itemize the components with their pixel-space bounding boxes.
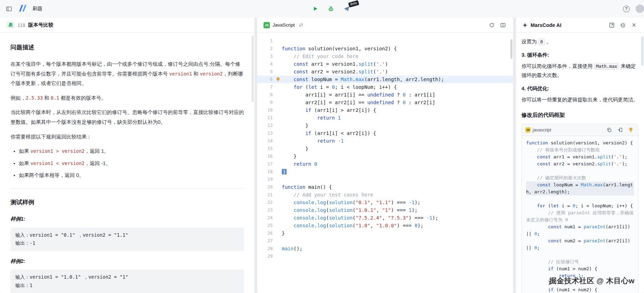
line-number: 16: [257, 152, 273, 160]
ai-code-line: [526, 251, 634, 258]
code-line[interactable]: 16 }: [257, 152, 513, 160]
ai-code-line: // 使用 parseInt 处理前导零，并确保未定义的修订号为 0: [526, 209, 634, 223]
sidebar-toggle-button[interactable]: [5, 5, 13, 13]
code-editor[interactable]: 12function solution(version1, version2) …: [257, 33, 513, 293]
ai-code-line: // 比较修订号: [526, 258, 634, 265]
line-number: 12: [257, 122, 273, 129]
line-number: 26: [257, 229, 273, 237]
code-line[interactable]: 15 }: [257, 145, 513, 152]
line-number: 24: [257, 214, 273, 222]
code-line[interactable]: 26}: [257, 229, 513, 237]
debug-button[interactable]: [327, 5, 335, 13]
line-text: const arr2 = version2.split('.'): [273, 68, 388, 76]
reset-code-button[interactable]: [488, 21, 496, 29]
code-line[interactable]: 21 // Add your test cases here: [257, 191, 513, 199]
code-line[interactable]: 10 if (arr1[i] > arr2[i]) {: [257, 106, 513, 114]
code-line[interactable]: 29: [257, 252, 513, 260]
line-text: arr1[i] = arr1[i] == undefined ? 0 : arr…: [273, 91, 435, 99]
line-text: }: [273, 229, 285, 237]
close-panel-button[interactable]: [630, 21, 638, 29]
ai-code-line: if (num1 > num2) {: [526, 265, 634, 272]
history-button[interactable]: [619, 21, 627, 29]
line-text: [273, 237, 282, 245]
line-text: // Add your test cases here: [273, 191, 373, 199]
line-text: // Edit your code here: [273, 52, 358, 60]
close-icon: [631, 22, 637, 28]
code-line[interactable]: 13 if (arr1[i] < arr2[i]) {: [257, 129, 513, 137]
line-text: [273, 252, 282, 260]
ai-code-card-header: JS javascript: [522, 124, 638, 136]
code-line[interactable]: 28main();: [257, 245, 513, 252]
code-line[interactable]: 23 console.log(solution("1.0.1", "1") ==…: [257, 206, 513, 214]
language-label: JavaScript: [273, 22, 295, 28]
nav-item-problems[interactable]: 刷题: [33, 6, 42, 12]
insert-code-button[interactable]: [616, 126, 624, 134]
code-line[interactable]: 14 return -1: [257, 137, 513, 145]
ai-code-line: for (let i = 0; i < loopNum; i++) {: [526, 202, 634, 209]
ai-code-line: if (num1 < num2) {: [526, 286, 634, 293]
switch-language-button[interactable]: [298, 22, 304, 28]
line-number: 15: [257, 145, 273, 152]
line-text: arr2[i] = arr2[i] == undefined ? 0 : arr…: [273, 99, 435, 106]
ai-code-line: const arr1 = version1.split('.');: [526, 153, 634, 160]
play-icon: [312, 6, 318, 12]
line-number: 14: [257, 137, 273, 145]
problem-scrollbar[interactable]: [252, 36, 254, 102]
javascript-icon: JS: [264, 22, 270, 28]
open-chat-button[interactable]: [608, 21, 616, 29]
run-button[interactable]: [311, 5, 320, 13]
line-text: }: [273, 152, 296, 160]
code-line[interactable]: 8 arr1[i] = arr1[i] == undefined ? 0 : a…: [257, 91, 513, 99]
code-line[interactable]: 12 }: [257, 122, 513, 129]
bug-icon: [328, 6, 334, 12]
problem-paragraphs: 在某个项目中，每个版本都用版本号标记，由一个或多个修订号组成，修订号之间由点号.…: [10, 59, 244, 142]
split-view-button[interactable]: [499, 21, 507, 29]
help-button[interactable]: ?: [622, 5, 631, 13]
code-line[interactable]: 19: [257, 176, 513, 183]
copy-code-button[interactable]: [606, 126, 613, 134]
line-text: console.log(solution("7.5.2.4", "7.5.3")…: [273, 214, 438, 222]
line-number: 21: [257, 191, 273, 199]
problem-title: 版本号比较: [28, 22, 54, 28]
example-output: 输出：-1: [15, 239, 239, 248]
examples: 样例1:输入：version1 = "0.1" ，version2 = "1.1…: [10, 214, 244, 293]
line-number: 28: [257, 245, 273, 252]
line-text: const arr1 = version1.split('.'): [273, 60, 388, 68]
ai-scrollbar[interactable]: [641, 36, 643, 66]
code-line[interactable]: 11 return 1: [257, 114, 513, 122]
code-line[interactable]: 20function main() {: [257, 183, 513, 191]
code-line[interactable]: 25 console.log(solution("1.0", "1.0.0") …: [257, 222, 513, 229]
rule-item: 如果 version1 < version2，返回 -1。: [19, 159, 244, 169]
lightbulb-icon[interactable]: [275, 77, 281, 82]
code-line[interactable]: 1: [257, 37, 513, 45]
code-line[interactable]: 17 return 0: [257, 160, 513, 168]
code-line[interactable]: 7 for (let i = 0; i < loopNum; i++) {: [257, 83, 513, 91]
code-line[interactable]: 4 const arr1 = version1.split('.'): [257, 60, 513, 68]
ai-conversation: 设置为 0 。3. 循环条件:你可以简化循环条件，直接使用 Math.max 来…: [516, 33, 644, 293]
avatar[interactable]: [636, 5, 644, 13]
question-icon: ?: [623, 6, 630, 12]
problem-header: 易 118 版本号比较: [0, 17, 254, 33]
code-line[interactable]: 2function solution(version1, version2) {: [257, 45, 513, 52]
code-line[interactable]: 6 const loopNum = Math.max(arr1.length, …: [257, 76, 513, 83]
code-line[interactable]: 5 const arr2 = version2.split('.'): [257, 68, 513, 76]
line-text: console.log(solution("1.0", "1.0.0") ===…: [273, 222, 424, 229]
line-text: main();: [273, 245, 302, 252]
code-line[interactable]: 3 // Edit your code here: [257, 52, 513, 60]
ai-code-line: [526, 167, 634, 174]
code-line[interactable]: 22 console.log(solution("0.1", "1.1") ==…: [257, 199, 513, 206]
line-number: 10: [257, 106, 273, 114]
examples-heading: 测试样例: [10, 197, 244, 208]
code-line[interactable]: 18}: [257, 168, 513, 176]
line-number: 8: [257, 91, 273, 99]
javascript-icon: JS: [525, 127, 531, 133]
editor-panel: JS JavaScript 12functi: [257, 17, 513, 293]
line-number: 6: [257, 76, 273, 83]
suggestion-button[interactable]: [627, 126, 635, 134]
code-line[interactable]: 9 arr2[i] = arr2[i] == undefined ? 0 : a…: [257, 99, 513, 106]
code-line[interactable]: 24 console.log(solution("7.5.2.4", "7.5.…: [257, 214, 513, 222]
problem-id: 118: [18, 22, 25, 28]
line-number: 13: [257, 129, 273, 137]
editor-scrollbar[interactable]: [510, 39, 512, 59]
code-line[interactable]: 27: [257, 237, 513, 245]
